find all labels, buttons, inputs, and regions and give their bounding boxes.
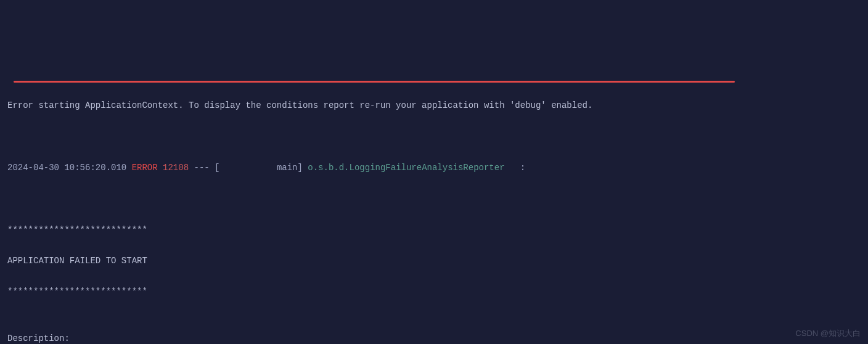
log-thread: --- [ main] <box>189 163 308 173</box>
log-pid: 12108 <box>163 163 189 173</box>
log-colon: : <box>505 163 526 173</box>
error-underline-annotation <box>14 81 735 83</box>
log-meta-line: 2024-04-30 10:56:20.010 ERROR 12108 --- … <box>7 160 861 176</box>
divider-line: *************************** <box>7 223 861 238</box>
description-header: Description: <box>7 331 861 344</box>
divider-line: *************************** <box>7 284 861 300</box>
failed-to-start-header: APPLICATION FAILED TO START <box>7 253 861 269</box>
csdn-watermark: CSDN @知识大白 <box>795 326 861 340</box>
logger-class-name: o.s.b.d.LoggingFailureAnalysisReporter <box>308 163 504 173</box>
context-error-line: Error starting ApplicationContext. To di… <box>7 98 861 113</box>
log-level: ERROR <box>132 163 158 173</box>
log-timestamp: 2024-04-30 10:56:20.010 <box>7 163 126 173</box>
